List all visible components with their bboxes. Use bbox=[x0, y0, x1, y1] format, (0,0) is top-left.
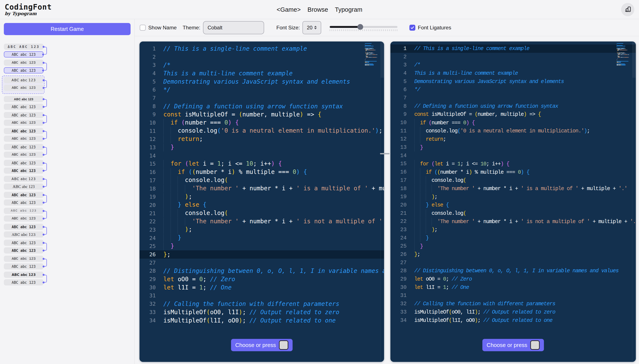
font-chip[interactable]: ABC abc 123 bbox=[4, 224, 44, 230]
panel-resize-handle[interactable] bbox=[380, 153, 390, 154]
theme-label: Theme: bbox=[183, 25, 200, 31]
code-line: 17console.log( bbox=[390, 176, 636, 184]
slider-fill bbox=[330, 26, 360, 28]
font-chip[interactable]: ABC abc 123 bbox=[4, 77, 44, 83]
nav-item-browse[interactable]: Browse bbox=[308, 6, 328, 13]
font-chip[interactable]: ABC abc 123 bbox=[4, 96, 44, 102]
bracket-pair: ABC abc 123ABC abc 123 bbox=[4, 128, 44, 142]
bracket-pair: ABC abc 123ABC abc 123 bbox=[4, 192, 44, 206]
logo[interactable]: CodingFont by Typogram bbox=[5, 3, 52, 16]
font-chip[interactable]: ABC abc 123 bbox=[4, 263, 44, 270]
code-line: 7 bbox=[140, 94, 384, 102]
bracket-connector bbox=[44, 147, 47, 155]
code-line: 32// Calling the function with different… bbox=[390, 300, 636, 308]
theme-select-value: Cobalt bbox=[208, 25, 222, 31]
font-chip[interactable]: ABC abc 123 bbox=[4, 279, 44, 286]
header: CodingFont by Typogram <Game> Browse Typ… bbox=[0, 0, 639, 19]
main-nav: <Game> Browse Typogram bbox=[277, 0, 363, 19]
bracket-connector bbox=[44, 243, 47, 250]
code-line: 10if (number === 0) { bbox=[140, 118, 384, 127]
font-chip[interactable]: ABC abc 123 bbox=[4, 256, 44, 262]
bracket-pair: ABC abc 123ABC abc 123 bbox=[4, 144, 44, 158]
code-line: 14 bbox=[390, 152, 636, 160]
bracket-pair-current: ABC abc 123ABC abc 123 bbox=[2, 76, 45, 94]
code-line: 2 bbox=[390, 53, 636, 61]
code-line: 18'The number ' + number * i + ' is a mu… bbox=[140, 184, 384, 193]
choose-right-button[interactable]: Choose or press → bbox=[482, 339, 544, 351]
font-chip[interactable]: ABC abc 123 bbox=[4, 128, 44, 134]
font-chip[interactable]: ABC abc 123 bbox=[4, 136, 44, 142]
slider-thumb[interactable] bbox=[357, 24, 363, 30]
bracket-connector bbox=[44, 80, 47, 88]
font-chip[interactable]: ABC abc 123 bbox=[4, 192, 44, 198]
font-chip[interactable]: ABC abc 123 bbox=[4, 168, 44, 174]
font-chip[interactable]: ABC abc 123 bbox=[4, 247, 44, 254]
bracket-connector bbox=[44, 115, 47, 123]
font-chip-winner[interactable]: ABC abc 123 bbox=[4, 51, 44, 58]
font-ligatures-checkbox[interactable] bbox=[409, 25, 415, 31]
theme-select[interactable]: Cobalt bbox=[203, 21, 264, 34]
code-line: 33isMultipleOf(oO0, l1I); // Output rela… bbox=[140, 308, 384, 316]
font-chip[interactable]: ABC abc 123 bbox=[4, 120, 44, 126]
show-name-label: Show Name bbox=[148, 25, 177, 31]
code-line: 25} bbox=[390, 242, 636, 250]
code-line: 3/* bbox=[390, 61, 636, 69]
bracket-connector bbox=[44, 227, 47, 234]
font-chip[interactable]: ABC abc 123 bbox=[4, 232, 44, 238]
code-line: 27 bbox=[140, 259, 384, 267]
code-line: 21console.log( bbox=[140, 209, 384, 218]
logo-subtitle: by Typogram bbox=[5, 11, 52, 16]
font-chip[interactable]: ABC abc 123 bbox=[4, 176, 44, 182]
font-chip[interactable]: ABC abc 123 bbox=[4, 104, 44, 110]
choose-left-button[interactable]: Choose or press ← bbox=[231, 339, 293, 351]
code-line: 15for (let i = 1; i <= 10; i++) { bbox=[390, 160, 636, 168]
code-line: 19); bbox=[390, 193, 636, 201]
code-line: 8// Defining a function using arrow func… bbox=[140, 102, 384, 110]
font-chip[interactable]: ABC abc 123 bbox=[4, 60, 44, 66]
bracket-connector bbox=[44, 99, 47, 107]
font-chip[interactable]: ABC abc 123 bbox=[4, 272, 44, 278]
code-line: 11console.log('0 is a neutral element in… bbox=[140, 127, 384, 135]
font-ligatures-label: Font Ligatures bbox=[418, 25, 451, 31]
code-line: 33isMultipleOf(oO0, l1I); // Output rela… bbox=[390, 308, 636, 316]
nav-item-game[interactable]: <Game> bbox=[277, 6, 301, 13]
bracket-pair: ABC abc 123ABC abc 123 bbox=[4, 208, 44, 222]
stepper-arrows-icon[interactable] bbox=[314, 26, 317, 30]
code-line: 12return; bbox=[390, 135, 636, 144]
font-chip[interactable]: ABC abc 123 bbox=[4, 152, 44, 158]
bracket-pair: ABC abc 123ABC abc 123 bbox=[4, 160, 44, 174]
code-line: 24} bbox=[390, 234, 636, 242]
minimap-left[interactable] bbox=[365, 43, 378, 68]
font-chip[interactable]: ABC abc 123 bbox=[4, 216, 44, 222]
restart-game-button[interactable]: Restart Game bbox=[4, 23, 131, 35]
font-chip-winner[interactable]: ABC abc 123 bbox=[4, 67, 44, 74]
code-line: 29let oO0 = 0; // Zero bbox=[390, 275, 636, 283]
theme-swatch-button[interactable] bbox=[621, 3, 634, 16]
check-icon bbox=[410, 26, 414, 30]
minimap-right[interactable] bbox=[617, 43, 630, 68]
font-panel-left: 1// This is a single-line comment exampl… bbox=[140, 42, 384, 362]
nav-item-typogram[interactable]: Typogram bbox=[335, 6, 362, 13]
font-chip[interactable]: ABC abc 123 bbox=[4, 144, 44, 150]
code-line: 10if (number === 0) { bbox=[390, 118, 636, 127]
show-name-checkbox[interactable] bbox=[140, 25, 146, 31]
code-line: 26}; bbox=[390, 250, 636, 259]
code-line: 14 bbox=[140, 152, 384, 160]
code-line: 19); bbox=[140, 193, 384, 201]
code-line: 28// Distinguishing between 0, o, O, l, … bbox=[390, 267, 636, 275]
font-size-input[interactable]: 20 bbox=[302, 21, 321, 34]
font-chip[interactable]: ABC abc 123 bbox=[4, 112, 44, 118]
font-chip[interactable]: ABC abc 123 bbox=[4, 240, 44, 246]
font-chip[interactable]: ABC abc 123 bbox=[4, 184, 44, 190]
font-chip[interactable]: ABC abc 123 bbox=[4, 85, 44, 91]
code-line: 20} else { bbox=[140, 201, 384, 209]
font-chip[interactable]: ABC abc 123 bbox=[4, 200, 44, 206]
bracket-pair: ABC abc 123ABC abc 123 bbox=[4, 112, 44, 126]
font-chip[interactable]: ΔBC ABC 123 bbox=[4, 44, 44, 50]
font-chip[interactable]: ABC abc 123 bbox=[4, 208, 44, 214]
bracket-pair: ABC abc 123ABC abc 123 bbox=[4, 60, 44, 74]
code-line: 23); bbox=[390, 226, 636, 234]
font-chip[interactable]: ABC abc 123 bbox=[4, 160, 44, 166]
code-editor-right: 1// This is a single-line comment exampl… bbox=[390, 42, 636, 362]
font-size-slider[interactable] bbox=[330, 23, 397, 32]
